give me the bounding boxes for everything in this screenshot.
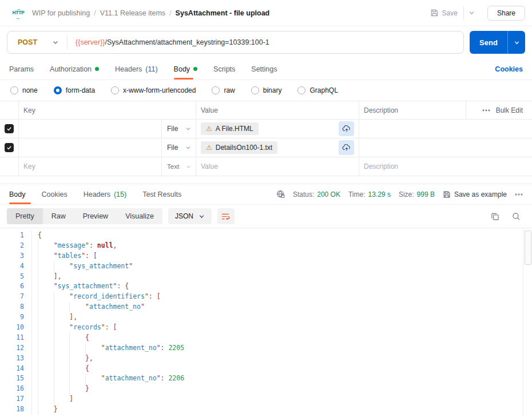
code-line: 8"attachment_no" [0, 302, 532, 312]
indent-guide [69, 384, 85, 394]
warning-icon: ⚠ [206, 125, 212, 132]
key-input[interactable] [19, 120, 162, 138]
value-input[interactable]: Value [196, 157, 359, 176]
view-tab-visualize[interactable]: Visualize [117, 208, 162, 224]
scrollbar-thumb[interactable] [525, 231, 531, 265]
bodytype-none[interactable]: none [10, 86, 38, 94]
header-actions: Save Share [424, 6, 525, 21]
bulk-edit-button[interactable]: Bulk Edit [496, 106, 523, 114]
indent-guide [38, 312, 54, 323]
send-button[interactable]: Send [470, 31, 507, 54]
code-line: 2"message": null, [0, 241, 532, 251]
bodytype-graphql[interactable]: GraphQL [297, 86, 338, 94]
indent-guide [54, 302, 70, 312]
more-options-icon[interactable] [515, 193, 523, 196]
formdata-row: File ⚠ A File.HTML [0, 120, 532, 138]
description-input[interactable]: Description [359, 157, 532, 176]
method-selector[interactable]: POST [7, 38, 67, 46]
send-options-button[interactable] [507, 31, 525, 54]
save-icon [430, 9, 439, 17]
save-as-example-button[interactable]: Save as example [443, 190, 507, 198]
view-tab-preview[interactable]: Preview [74, 208, 117, 224]
modified-dot [95, 67, 99, 71]
more-actions-icon[interactable] [482, 109, 490, 112]
type-dropdown[interactable]: Text [162, 157, 196, 176]
tab-headers[interactable]: Headers(11) [115, 58, 158, 80]
indent-guide [54, 323, 70, 333]
upload-file-button[interactable] [339, 140, 354, 155]
indent-guide [38, 323, 54, 333]
url-box: POST {{server}}/SysAttachment/attachment… [7, 31, 464, 54]
network-info-icon[interactable] [276, 190, 285, 198]
indent-guide [54, 292, 70, 302]
formdata-empty-row: Key Text Value Description [0, 157, 532, 176]
response-tab-cookies[interactable]: Cookies [42, 184, 68, 204]
upload-file-button[interactable] [339, 121, 354, 136]
code-line: 15"attachment_no": 2206 [0, 374, 532, 384]
code-line: 7"record_identifiers": [ [0, 292, 532, 302]
wrap-lines-icon [221, 213, 230, 220]
save-button[interactable]: Save [424, 6, 463, 20]
response-tab-body[interactable]: Body [9, 184, 26, 204]
key-input[interactable] [19, 138, 162, 157]
indent-guide [38, 394, 54, 404]
body-type-selector: none form-data x-www-form-urlencoded raw… [0, 80, 532, 101]
format-dropdown[interactable]: JSON [168, 208, 212, 224]
description-input[interactable] [359, 138, 532, 157]
file-chip[interactable]: ⚠ A File.HTML [201, 122, 259, 135]
breadcrumb-collection[interactable]: WIP for publishing [32, 9, 90, 17]
status-badge[interactable]: Status:200 OK [293, 190, 340, 198]
share-button[interactable]: Share [487, 6, 525, 21]
indent-guide [54, 364, 70, 374]
code-line: 11{ [0, 333, 532, 343]
tab-scripts[interactable]: Scripts [213, 58, 235, 80]
bodytype-form-data[interactable]: form-data [54, 86, 95, 94]
radio-icon [111, 86, 119, 94]
tab-authorization[interactable]: Authorization [50, 58, 99, 80]
response-view-bar: Pretty Raw Preview Visualize JSON [0, 205, 532, 228]
search-icon[interactable] [512, 212, 521, 221]
key-input[interactable]: Key [19, 157, 162, 176]
cookies-link[interactable]: Cookies [495, 65, 523, 73]
copy-icon[interactable] [491, 212, 499, 221]
indent-guide [69, 333, 85, 343]
indent-guide [38, 333, 54, 343]
save-options-button[interactable] [463, 6, 479, 19]
line-number: 12 [0, 343, 32, 354]
url-input[interactable]: {{server}}/SysAttachment/attachment_keys… [68, 38, 269, 46]
wrap-lines-button[interactable] [217, 208, 235, 224]
bodytype-x-www-form-urlencoded[interactable]: x-www-form-urlencoded [111, 86, 196, 94]
indent-guide [54, 354, 70, 364]
type-dropdown[interactable]: File [162, 138, 196, 157]
description-input[interactable] [359, 120, 532, 138]
bodytype-binary[interactable]: binary [251, 86, 282, 94]
breadcrumb-folder[interactable]: V11.1 Release items [100, 9, 165, 17]
line-number: 8 [0, 302, 32, 312]
response-tab-test-results[interactable]: Test Results [142, 184, 181, 204]
view-mode-group: Pretty Raw Preview Visualize [7, 208, 162, 224]
formdata-header-row: Key Value Description Bulk Edit [0, 101, 532, 120]
indent-guide [38, 241, 54, 251]
row-checkbox-checked[interactable] [5, 143, 14, 152]
size-badge[interactable]: Size:999 B [399, 190, 435, 198]
file-name: DetailsOn100-1.txt [216, 144, 272, 152]
tab-settings[interactable]: Settings [251, 58, 277, 80]
code-line: 1{ [0, 231, 532, 241]
response-body-editor[interactable]: 1{2"message": null,3"tables": [4"sys_att… [0, 228, 532, 417]
view-tab-raw[interactable]: Raw [43, 208, 74, 224]
tab-body[interactable]: Body [174, 58, 198, 80]
bodytype-raw[interactable]: raw [212, 86, 235, 94]
row-checkbox-checked[interactable] [5, 124, 14, 133]
chevron-down-icon [185, 145, 191, 150]
file-chip[interactable]: ⚠ DetailsOn100-1.txt [201, 141, 277, 154]
view-tab-pretty[interactable]: Pretty [7, 208, 43, 224]
code-line: 5], [0, 272, 532, 282]
line-number: 5 [0, 272, 32, 282]
indent-guide [38, 404, 54, 415]
response-tab-headers[interactable]: Headers(15) [84, 184, 126, 204]
time-badge[interactable]: Time:13.29 s [348, 190, 391, 198]
key-column-header: Key [19, 101, 196, 119]
code-line: 18} [0, 404, 532, 415]
type-dropdown[interactable]: File [162, 120, 196, 138]
tab-params[interactable]: Params [9, 58, 34, 80]
